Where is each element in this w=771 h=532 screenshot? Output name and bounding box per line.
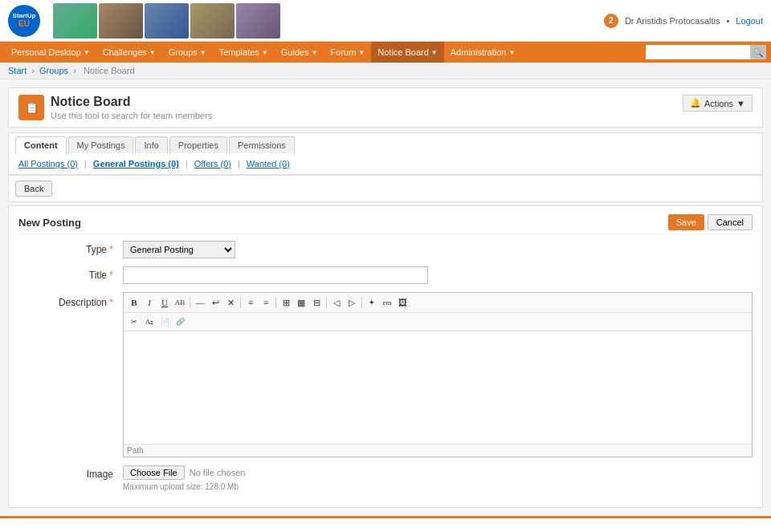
logout-link[interactable]: Logout: [736, 16, 763, 26]
upload-note: Maximum upload size: 128.0 Mb: [123, 482, 753, 491]
sub-nav-offers[interactable]: Offers (0): [191, 157, 235, 170]
header-photo-4: [190, 3, 235, 39]
ab-button[interactable]: AB: [173, 295, 187, 310]
chevron-down-icon: ▼: [262, 49, 268, 56]
image-button[interactable]: 🖼: [395, 295, 410, 310]
editor-toolbar-row1: B I U AB — ↩ ✕ ≡ ≡ ⊞ ▦ ⊟: [124, 293, 752, 313]
tabs-area: Content My Postings Info Properties Perm…: [8, 132, 763, 153]
header-photo-3: [145, 3, 189, 39]
tab-info[interactable]: Info: [135, 136, 167, 153]
nav-administration[interactable]: Administration ▼: [444, 42, 522, 63]
page-icon: 📋: [18, 95, 44, 120]
cancel-button[interactable]: Cancel: [708, 214, 753, 230]
title-label: Title *: [18, 266, 123, 281]
special-button[interactable]: ✦: [365, 295, 379, 310]
logo: StartUp EU: [8, 5, 40, 37]
left-arrow-button[interactable]: ◁: [329, 295, 344, 310]
type-label: Type *: [18, 241, 123, 255]
title-field: [123, 266, 753, 284]
list-ol-button[interactable]: ≡: [259, 295, 273, 310]
breadcrumb-start[interactable]: Start: [8, 66, 27, 75]
table-button[interactable]: ▦: [294, 295, 308, 310]
chevron-down-icon: ▼: [149, 49, 156, 56]
description-row: Description * B I U AB — ↩ ✕ ≡: [18, 292, 753, 457]
nav-challenges[interactable]: Challenges ▼: [96, 42, 162, 63]
remove-button[interactable]: ✕: [223, 295, 238, 310]
undo-button[interactable]: ↩: [208, 295, 222, 310]
header-photo-1: [53, 3, 97, 39]
chevron-down-icon: ▼: [736, 99, 745, 108]
nav-forum[interactable]: Forum ▼: [324, 42, 372, 63]
bell-icon: 🔔: [690, 98, 701, 108]
link-button[interactable]: 🔗: [173, 315, 187, 329]
search-button[interactable]: 🔍: [750, 45, 766, 59]
sub-nav-general-postings[interactable]: General Postings (0): [90, 157, 182, 170]
bold-button[interactable]: B: [127, 295, 141, 310]
sub-nav-all-postings[interactable]: All Postings (0): [15, 157, 81, 170]
image-field: Choose File No file chosen Maximum uploa…: [123, 465, 753, 491]
actions-label: Actions: [704, 99, 733, 108]
breadcrumb-current: Notice Board: [84, 66, 135, 75]
nav-personal-desktop[interactable]: Personal Desktop ▼: [5, 42, 96, 63]
header-right: 2 Dr Aristidis Protocasaltis • Logout: [604, 14, 763, 28]
actions-button[interactable]: 🔔 Actions ▼: [683, 95, 753, 112]
tab-my-postings[interactable]: My Postings: [68, 136, 134, 153]
back-section: Back: [8, 176, 763, 202]
page-header: 📋 Notice Board Use this tool to search f…: [8, 87, 763, 128]
toolbar-separator-4: [326, 297, 327, 308]
tab-permissions[interactable]: Permissions: [229, 136, 295, 153]
nav-guides[interactable]: Guides ▼: [275, 42, 324, 63]
search-input[interactable]: [646, 45, 750, 59]
header-photo-5: [236, 3, 280, 39]
header-photo-2: [99, 3, 143, 39]
save-button[interactable]: Save: [668, 214, 704, 230]
sub-nav: All Postings (0) | General Postings (0) …: [8, 153, 763, 176]
tab-properties[interactable]: Properties: [169, 136, 227, 153]
bottom-text-area: In alto a destra trovi il link Actions e…: [0, 516, 771, 532]
editor-toolbar-row2: ✂ A₂ 📄 🔗: [124, 313, 752, 331]
indent-button[interactable]: ⊞: [279, 295, 293, 310]
page-subtitle: Use this tool to search for team members: [51, 111, 212, 120]
description-label: Description *: [18, 292, 123, 308]
subscript-button[interactable]: A₂: [142, 315, 157, 329]
form-actions: Save Cancel: [668, 214, 753, 230]
tab-content[interactable]: Content: [15, 136, 67, 154]
toolbar-separator-2: [240, 297, 241, 308]
choose-file-button[interactable]: Choose File: [123, 465, 185, 480]
nav-templates[interactable]: Templates ▼: [213, 42, 275, 63]
em-dash-button[interactable]: —: [193, 295, 207, 310]
type-required: *: [109, 244, 113, 255]
page-title: Notice Board: [51, 95, 212, 109]
toolbar-separator-3: [275, 297, 276, 308]
em-button[interactable]: em: [380, 295, 394, 310]
notification-bell[interactable]: 2: [604, 14, 618, 28]
breadcrumb-sep-2: ›: [73, 66, 76, 75]
type-field: General Posting Offer Wanted: [123, 241, 753, 258]
chevron-down-icon: ▼: [84, 49, 90, 56]
chevron-down-icon: ▼: [200, 49, 206, 56]
user-name: Dr Aristidis Protocasaltis: [625, 16, 720, 26]
rich-text-editor: B I U AB — ↩ ✕ ≡ ≡ ⊞ ▦ ⊟: [123, 292, 753, 457]
underline-button[interactable]: U: [157, 295, 172, 310]
cut-button[interactable]: ✂: [127, 315, 141, 329]
outdent-button[interactable]: ⊟: [309, 295, 324, 310]
type-select[interactable]: General Posting Offer Wanted: [123, 241, 235, 258]
italic-button[interactable]: I: [142, 295, 157, 310]
image-label: Image: [18, 465, 123, 480]
sub-nav-wanted[interactable]: Wanted (0): [243, 157, 293, 170]
breadcrumb: Start › Groups › Notice Board: [0, 63, 771, 79]
chevron-down-icon: ▼: [312, 49, 318, 56]
title-input[interactable]: [123, 266, 428, 284]
toolbar-separator-5: [361, 297, 362, 308]
back-button[interactable]: Back: [15, 181, 52, 197]
superscript-button[interactable]: 📄: [157, 315, 172, 329]
editor-body[interactable]: [124, 331, 752, 444]
toolbar-separator-1: [190, 297, 190, 308]
breadcrumb-groups[interactable]: Groups: [39, 66, 68, 75]
list-ul-button[interactable]: ≡: [243, 295, 258, 310]
nav-groups[interactable]: Groups ▼: [162, 42, 213, 63]
right-arrow-button[interactable]: ▷: [345, 295, 359, 310]
nav-notice-board[interactable]: Notice Board ▼: [371, 42, 444, 63]
main-content: 📋 Notice Board Use this tool to search f…: [0, 79, 771, 516]
file-no-chosen: No file chosen: [190, 468, 246, 477]
